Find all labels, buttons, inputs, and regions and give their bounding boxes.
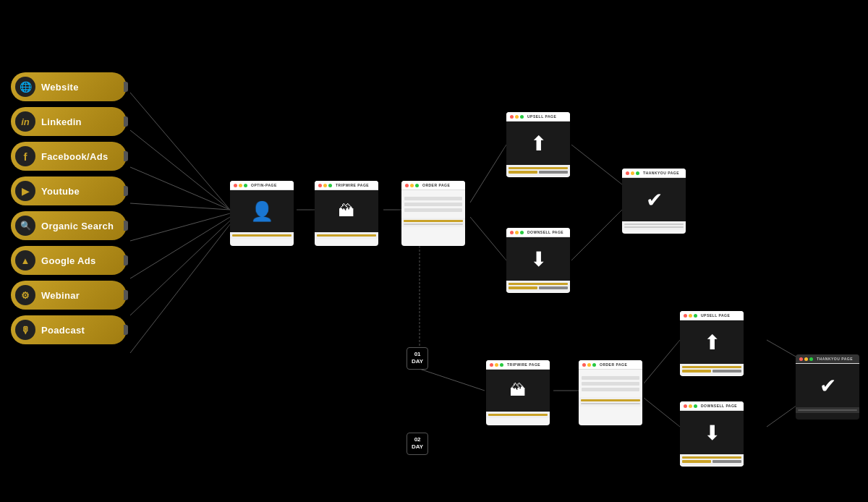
svg-line-17 — [644, 340, 680, 383]
organic-button[interactable]: 🔍 Organic Search — [11, 211, 127, 240]
dot-green — [500, 363, 503, 367]
upsell-page-container: UPSELL PAGE ⬆ UPSELL PAGE — [506, 112, 570, 119]
thankyou2-card-footer — [796, 407, 859, 413]
dot-red — [510, 115, 514, 119]
person-icon: 👤 — [250, 200, 273, 223]
footer-gold-line — [682, 366, 741, 368]
facebook-label: Facebook/Ads — [41, 151, 108, 162]
google-ads-button[interactable]: ▲ Google Ads — [11, 246, 127, 275]
order2-card-body — [579, 370, 642, 397]
optin-card-header: OPTIN-PAGE — [230, 181, 294, 190]
day2-label: 02 DAY — [412, 436, 423, 451]
google-ads-icon: ▲ — [15, 250, 35, 271]
tripwire-page-card[interactable]: TRIPWIRE PAGE 🏔 — [315, 181, 378, 246]
dot-green — [809, 357, 813, 361]
btn-gold — [509, 286, 537, 289]
footer-dark-line — [798, 409, 857, 411]
thankyou-card-header: THANKYOU PAGE — [622, 169, 686, 178]
dot-green — [694, 404, 697, 408]
order-form-lines — [401, 194, 465, 215]
dot-green — [244, 184, 247, 187]
svg-line-1 — [130, 130, 230, 210]
footer-gold-line — [509, 167, 568, 169]
thankyou-page-card-2[interactable]: THANKYOU PAGE ✔ — [796, 354, 859, 420]
form-line-3 — [404, 208, 462, 212]
svg-line-12 — [571, 145, 622, 184]
svg-line-11 — [470, 217, 506, 260]
up-arrow-icon: ⬆ — [530, 132, 547, 156]
tripwire-page-card-2[interactable]: TRIPWIRE PAGE 🏔 — [486, 360, 550, 425]
linkedin-icon: in — [15, 111, 35, 132]
order-card-title: ORDER PAGE — [422, 183, 450, 187]
thankyou-page-card[interactable]: THANKYOU PAGE ✔ — [622, 169, 686, 234]
tripwire2-card-title: TRIPWIRE PAGE — [507, 362, 540, 367]
btn-gold — [509, 171, 537, 174]
order-card-body — [401, 190, 465, 218]
thankyou2-card-body: ✔ — [796, 364, 859, 407]
dot-green — [592, 363, 596, 367]
footer-gray-line — [404, 224, 463, 225]
dot-red — [799, 357, 803, 361]
podcast-icon: 🎙 — [15, 320, 35, 340]
dot-red — [405, 184, 409, 187]
youtube-button[interactable]: ▶ Youtube — [11, 176, 127, 205]
order-page-card-2[interactable]: ORDER PAGE — [579, 360, 642, 425]
thankyou-page-container: THANKYOU PAGE ✔ THANKYOU PAGE — [622, 169, 686, 176]
google-ads-label: Google Ads — [41, 255, 95, 266]
order-page-card[interactable]: ORDER PAGE — [401, 181, 465, 246]
btn-gold — [682, 370, 711, 373]
form-line-1 — [582, 376, 639, 380]
svg-line-4 — [130, 213, 230, 241]
downsell-page-card[interactable]: DOWNSELL PAGE ⬇ — [506, 228, 570, 293]
dot-yellow — [239, 184, 242, 187]
thankyou-card-footer — [622, 221, 686, 230]
down-arrow-icon-2: ⬇ — [704, 421, 720, 445]
upsell-card-title: UPSELL PAGE — [527, 114, 556, 119]
website-label: Website — [41, 82, 79, 93]
optin-card-title: OPTIN-PAGE — [251, 183, 277, 187]
dot-green — [694, 314, 697, 318]
upsell-page-card[interactable]: UPSELL PAGE ⬆ — [506, 112, 570, 177]
dot-yellow — [804, 357, 808, 361]
facebook-icon: f — [15, 146, 35, 166]
svg-line-18 — [644, 398, 680, 427]
website-button[interactable]: 🌐 Website — [11, 72, 127, 101]
organic-icon: 🔍 — [15, 216, 35, 236]
webinar-button[interactable]: ⚙ Webinar — [11, 281, 127, 310]
upsell-page-card-2[interactable]: UPSELL PAGE ⬆ — [680, 311, 744, 376]
dot-red — [318, 184, 322, 187]
dot-green — [415, 184, 419, 187]
facebook-button[interactable]: f Facebook/Ads — [11, 142, 127, 171]
downsell-page-container-2: DOWNSELL PAGE ⬇ DOWNSELL PAGE — [680, 401, 744, 409]
webinar-icon: ⚙ — [15, 285, 35, 305]
footer-buttons — [682, 370, 741, 373]
upsell2-card-title: UPSELL PAGE — [701, 313, 730, 318]
upsell2-card-footer — [680, 364, 744, 375]
day1-badge: 01 DAY — [407, 347, 428, 370]
upsell-page-container-2: UPSELL PAGE ⬆ UPSELL PAGE — [680, 311, 744, 318]
linkedin-button[interactable]: in Linkedin — [11, 107, 127, 136]
downsell2-card-title: DOWNSELL PAGE — [701, 404, 737, 408]
website-icon: 🌐 — [15, 77, 35, 97]
footer-gold-line — [317, 234, 376, 237]
footer-buttons — [509, 171, 568, 174]
dot-yellow — [410, 184, 414, 187]
mountain-icon: 🏔 — [339, 202, 354, 221]
dot-red — [684, 314, 687, 318]
podcast-label: Poadcast — [41, 325, 85, 336]
podcast-button[interactable]: 🎙 Poadcast — [11, 315, 127, 344]
svg-line-10 — [470, 145, 506, 203]
downsell-card-body: ⬇ — [506, 237, 570, 281]
optin-page-card[interactable]: OPTIN-PAGE 👤 — [230, 181, 294, 246]
footer-gold-line — [581, 399, 640, 401]
downsell-card-footer — [506, 281, 570, 292]
thankyou-page-container-2: THANKYOU PAGE ✔ THANKYOU PAGE — [796, 354, 859, 362]
thankyou-card-title: THANKYOU PAGE — [643, 171, 679, 175]
mountain-icon-2: 🏔 — [510, 381, 526, 400]
order2-card-title: ORDER PAGE — [600, 362, 627, 367]
downsell-card-header: DOWNSELL PAGE — [506, 228, 570, 237]
downsell-page-card-2[interactable]: DOWNSELL PAGE ⬇ — [680, 401, 744, 467]
footer-gold-line — [509, 283, 568, 285]
svg-line-0 — [130, 93, 230, 210]
tripwire2-card-header: TRIPWIRE PAGE — [486, 360, 550, 370]
